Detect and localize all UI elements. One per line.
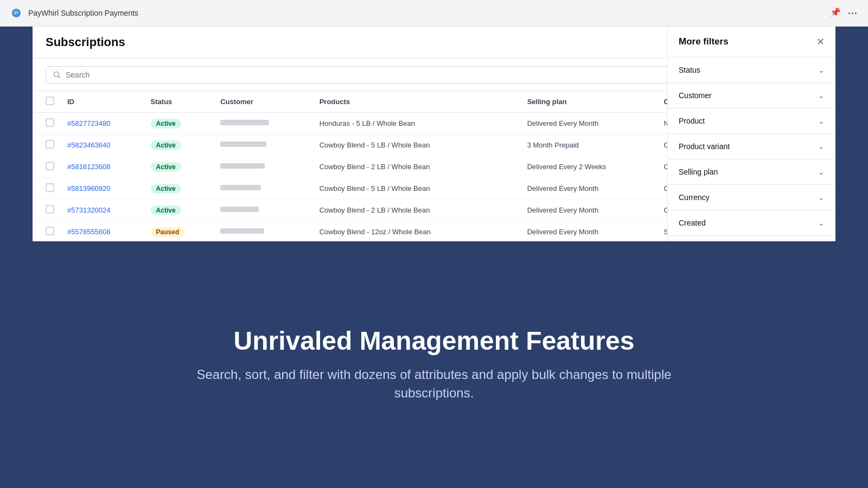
row-status: Active [144, 200, 214, 221]
row-plan: Delivered Every Month [521, 221, 658, 241]
search-input[interactable] [66, 70, 677, 79]
row-customer [214, 200, 312, 221]
chevron-down-icon: ⌄ [818, 168, 825, 176]
close-panel-button[interactable]: ✕ [816, 37, 825, 47]
row-status: Active [144, 134, 214, 156]
filter-section: Product variant ⌄ [668, 134, 835, 159]
filter-row-currency[interactable]: Currency ⌄ [668, 185, 835, 210]
row-id[interactable]: #5827723480 [61, 113, 144, 134]
more-options-icon[interactable]: ⋯ [847, 7, 857, 19]
filter-row-updated[interactable]: Updated ⌄ [668, 236, 835, 241]
filter-section: Product ⌄ [668, 108, 835, 134]
filter-row-status[interactable]: Status ⌄ [668, 57, 835, 82]
row-plan: Delivered Every Month [521, 200, 658, 221]
search-icon [53, 70, 61, 79]
panel-header: More filters ✕ [668, 27, 835, 57]
browser-actions: 📌 ⋯ [830, 7, 857, 19]
row-product: Cowboy Blend - 2 LB / Whole Bean [313, 200, 521, 221]
row-product: Honduras - 5 LB / Whole Bean [313, 113, 521, 134]
col-header-customer: Customer [214, 91, 312, 113]
row-id[interactable]: #5731320024 [61, 200, 144, 221]
filters-panel: More filters ✕ Status ⌄ Customer ⌄ Produ… [667, 27, 835, 241]
row-id[interactable]: #5823463640 [61, 134, 144, 156]
filter-row-product-variant[interactable]: Product variant ⌄ [668, 134, 835, 159]
row-checkbox[interactable] [33, 113, 61, 134]
col-header-products: Products [313, 91, 521, 113]
row-plan: 3 Month Prepaid [521, 134, 658, 156]
row-status: Paused [144, 221, 214, 241]
filter-row-customer[interactable]: Customer ⌄ [668, 83, 835, 108]
row-plan: Delivered Every Month [521, 178, 658, 200]
row-status: Active [144, 178, 214, 200]
row-customer [214, 156, 312, 178]
chevron-down-icon: ⌄ [818, 66, 825, 74]
col-header-status: Status [144, 91, 214, 113]
paywhirl-logo-icon [11, 8, 22, 18]
row-checkbox[interactable] [33, 221, 61, 241]
row-id[interactable]: #5816123608 [61, 156, 144, 178]
filter-sections: Status ⌄ Customer ⌄ Product ⌄ Product va… [668, 57, 835, 241]
row-checkbox[interactable] [33, 178, 61, 200]
row-customer [214, 178, 312, 200]
row-id[interactable]: #5578555608 [61, 221, 144, 241]
promo-title: Unrivaled Management Features [234, 327, 635, 356]
panel-title: More filters [679, 36, 729, 47]
filter-section: Currency ⌄ [668, 185, 835, 210]
browser-title: PayWhirl Subscription Payments [28, 9, 138, 17]
row-checkbox[interactable] [33, 134, 61, 156]
row-status: Active [144, 156, 214, 178]
row-id[interactable]: #5813960920 [61, 178, 144, 200]
svg-line-1 [59, 76, 61, 78]
filter-section: Created ⌄ [668, 210, 835, 236]
filter-row-created[interactable]: Created ⌄ [668, 210, 835, 235]
chevron-down-icon: ⌄ [818, 117, 825, 125]
filter-section: Customer ⌄ [668, 83, 835, 108]
filter-section: Updated ⌄ [668, 236, 835, 241]
chevron-down-icon: ⌄ [818, 219, 825, 227]
search-box[interactable] [46, 66, 684, 84]
filter-row-selling-plan[interactable]: Selling plan ⌄ [668, 159, 835, 184]
filter-section: Status ⌄ [668, 57, 835, 83]
browser-chrome: PayWhirl Subscription Payments 📌 ⋯ [0, 0, 868, 27]
chevron-down-icon: ⌄ [818, 193, 825, 202]
row-product: Cowboy Blend - 12oz / Whole Bean [313, 221, 521, 241]
promo-section: Unrivaled Management Features Search, so… [0, 241, 868, 489]
row-product: Cowboy Blend - 5 LB / Whole Bean [313, 134, 521, 156]
row-checkbox[interactable] [33, 200, 61, 221]
row-product: Cowboy Blend - 2 LB / Whole Bean [313, 156, 521, 178]
filter-row-product[interactable]: Product ⌄ [668, 108, 835, 133]
row-status: Active [144, 113, 214, 134]
select-all-checkbox[interactable] [46, 97, 54, 105]
row-customer [214, 113, 312, 134]
row-product: Cowboy Blend - 5 LB / Whole Bean [313, 178, 521, 200]
promo-subtitle: Search, sort, and filter with dozens of … [190, 365, 678, 402]
row-customer [214, 134, 312, 156]
col-header-id: ID [61, 91, 144, 113]
chevron-down-icon: ⌄ [818, 142, 825, 151]
row-plan: Delivered Every 2 Weeks [521, 156, 658, 178]
chevron-down-icon: ⌄ [818, 91, 825, 100]
col-header-selling-plan: Selling plan [521, 91, 658, 113]
row-customer [214, 221, 312, 241]
row-plan: Delivered Every Month [521, 113, 658, 134]
filter-section: Selling plan ⌄ [668, 159, 835, 185]
row-checkbox[interactable] [33, 156, 61, 178]
pin-icon[interactable]: 📌 [830, 7, 841, 19]
